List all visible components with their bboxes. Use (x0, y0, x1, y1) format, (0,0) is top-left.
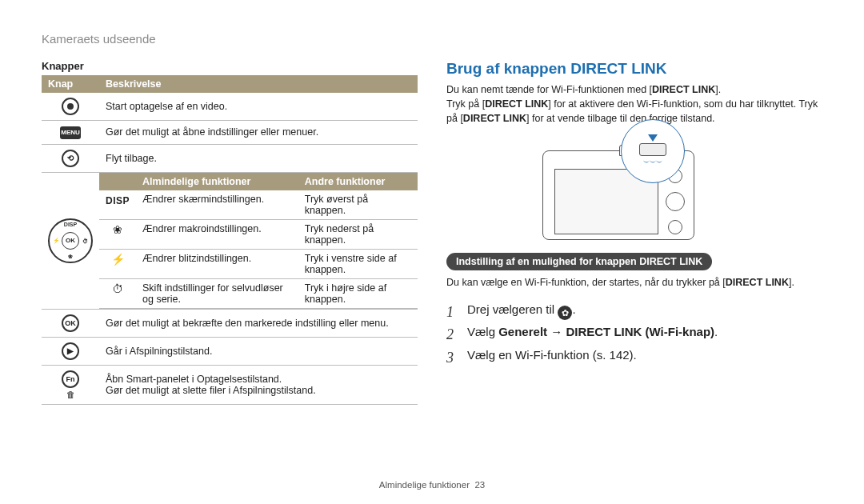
flash-icon: ⚡ (99, 249, 136, 278)
step-item: Drej vælgeren til ✿. (446, 298, 822, 322)
direct-link-button-illus (639, 143, 666, 156)
play-icon: ▶ (62, 342, 79, 360)
left-column: Knapper Knap Beskrivelse Start optagelse… (42, 60, 418, 405)
dpad-timer-icon: ⏱ (82, 238, 88, 243)
sub-c1: Ændrer blitzindstillingen. (136, 249, 298, 278)
th-knap: Knap (42, 75, 99, 93)
sub-c1: Ændrer skærmindstillingen. (136, 190, 298, 220)
settings-dial-icon: ✿ (558, 306, 572, 320)
table-row: ❀ Ændrer makroindstillingen. Tryk neders… (99, 219, 418, 249)
desc: Åbn Smart-panelet i Optagelsestilstand. (106, 374, 411, 385)
wifi-waves-icon: ︶︶︶ (643, 158, 662, 168)
table-row: Fn 🗑 Åbn Smart-panelet i Optagelsestilst… (42, 365, 418, 404)
right-column: Brug af knappen DIRECT LINK Du kan nemt … (446, 60, 822, 405)
dpad-disp-label: DISP (64, 222, 77, 227)
breadcrumb: Kameraets udseende (42, 32, 822, 46)
table-row: ⚡ Ændrer blitzindstillingen. Tryk i vens… (99, 249, 418, 278)
table-row: ⟲ Flyt tilbage. (42, 144, 418, 172)
dpad-macro-icon: ❀ (68, 254, 73, 260)
menu-icon: MENU (60, 126, 81, 139)
desc: Gør det muligt at bekræfte den markerede… (99, 309, 418, 337)
dpad-ok-label: OK (62, 232, 79, 250)
sub-c2: Tryk øverst på knappen. (298, 190, 418, 220)
table-row: OK Gør det muligt at bekræfte den marker… (42, 309, 418, 337)
intro-para-1: Du kan nemt tænde for Wi-Fi-funktionen m… (446, 82, 822, 97)
magnifier-callout: ︶︶︶ (621, 119, 685, 183)
th-almindelige: Almindelige funktioner (136, 173, 298, 190)
disp-icon: DISP (106, 195, 130, 206)
fn-trash-icon: Fn 🗑 (62, 370, 79, 399)
sub-c1: Ændrer makroindstillingen. (136, 219, 298, 249)
sub-c2: Tryk nederst på knappen. (298, 219, 418, 249)
table-row: ⏱ Skift indstillinger for selvudløser og… (99, 278, 418, 308)
ok-icon: OK (62, 314, 79, 332)
sub-c1: Skift indstillinger for selvudløser og s… (136, 278, 298, 308)
subsection-pill: Indstilling af en mulighed for knappen D… (446, 253, 712, 270)
step-item: Vælg en Wi-Fi-funktion (s. 142). (446, 344, 822, 367)
sub-c2: Tryk i højre side af knappen. (298, 278, 418, 308)
table-row: DISP Ændrer skærmindstillingen. Tryk øve… (99, 190, 418, 220)
th-andre: Andre funktioner (298, 173, 418, 190)
table-row: MENU Gør det muligt at åbne indstillinge… (42, 121, 418, 145)
timer-icon: ⏱ (99, 278, 136, 308)
camera-illustration: ︶︶︶ (542, 132, 726, 240)
desc: Flyt tilbage. (99, 144, 418, 172)
steps-list: Drej vælgeren til ✿. Vælg Generelt → DIR… (446, 298, 822, 367)
record-icon (62, 98, 79, 115)
section-title-knapper: Knapper (42, 60, 418, 72)
sub-c2: Tryk i venstre side af knappen. (298, 249, 418, 278)
sub-para: Du kan vælge en Wi-Fi-funktion, der star… (446, 275, 822, 290)
table-row: Start optagelse af en video. (42, 93, 418, 121)
section-title-directlink: Brug af knappen DIRECT LINK (446, 60, 822, 78)
intro-para-2: Tryk på [DIRECT LINK] for at aktivere de… (446, 97, 822, 126)
dpad-flash-icon: ⚡ (53, 238, 60, 244)
back-icon: ⟲ (62, 150, 79, 167)
buttons-table: Knap Beskrivelse Start optagelse af en v… (42, 75, 418, 405)
desc: Gør det muligt at slette filer i Afspiln… (106, 385, 411, 396)
macro-icon: ❀ (99, 219, 136, 249)
step-item: Vælg Generelt → DIRECT LINK (Wi-Fi-knap)… (446, 321, 822, 344)
desc: Gør det muligt at åbne indstillinger ell… (99, 121, 418, 145)
arrow-down-icon (648, 134, 658, 142)
th-beskrivelse: Beskrivelse (99, 75, 418, 93)
desc: Går i Afspilningstilstand. (99, 337, 418, 365)
dpad-subtable: Almindelige funktioner Andre funktioner … (99, 173, 418, 309)
table-row: ▶ Går i Afspilningstilstand. (42, 337, 418, 365)
table-row-dpad: DISP ❀ ⚡ ⏱ OK Almindelige f (42, 172, 418, 309)
page-footer: Almindelige funktioner 23 (0, 480, 864, 490)
dpad-diagram: DISP ❀ ⚡ ⏱ OK (48, 218, 93, 263)
desc: Start optagelse af en video. (99, 93, 418, 121)
